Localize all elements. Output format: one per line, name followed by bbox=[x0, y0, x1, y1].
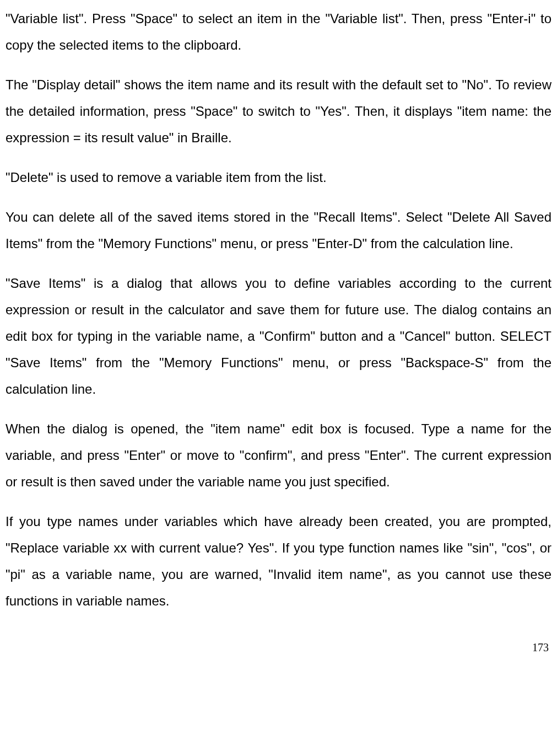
body-paragraph-7: If you type names under variables which … bbox=[6, 508, 551, 614]
body-paragraph-6: When the dialog is opened, the "item nam… bbox=[6, 416, 551, 495]
body-paragraph-5: "Save Items" is a dialog that allows you… bbox=[6, 270, 551, 403]
page-number: 173 bbox=[6, 636, 551, 658]
body-paragraph-3: "Delete" is used to remove a variable it… bbox=[6, 164, 551, 191]
body-paragraph-4: You can delete all of the saved items st… bbox=[6, 204, 551, 257]
body-paragraph-1: "Variable list". Press "Space" to select… bbox=[6, 6, 551, 58]
body-paragraph-2: The "Display detail" shows the item name… bbox=[6, 72, 551, 151]
